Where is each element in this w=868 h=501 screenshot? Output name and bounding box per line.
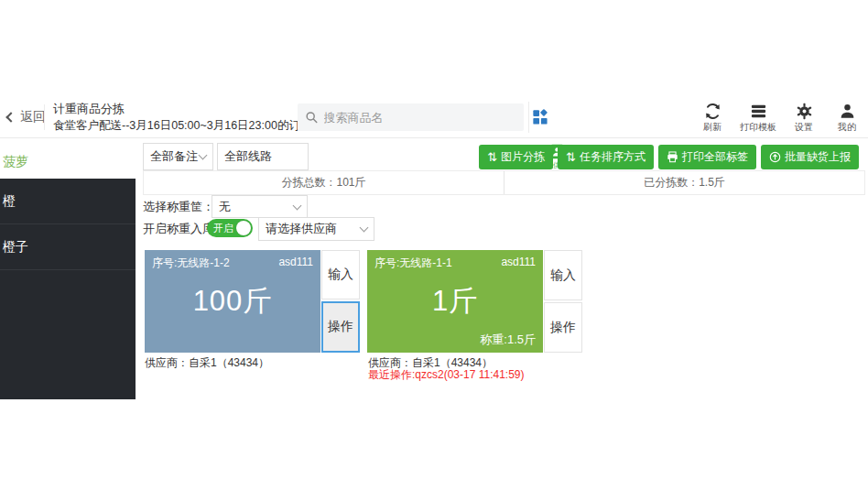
remark-filter-value: 全部备注 [150,148,198,165]
sort-icon: ⇅ [566,151,576,163]
card-header: 序号:无线路-1-2 asd111 [152,256,313,271]
task-card-tile[interactable]: 序号:无线路-1-2 asd111 100斤 [145,250,320,353]
search-input[interactable] [324,111,516,125]
card-button-column: 输入 操作 [321,250,360,353]
print-all-labels-button[interactable]: 打印全部标签 [658,145,756,169]
picture-sorting-button[interactable]: ⇅ 图片分拣 [479,145,553,169]
sidebar-item-label: 橙 [3,193,16,210]
action-label: 我的 [838,121,856,134]
back-label: 返回 [20,109,46,125]
sidebar-item-label: 菠萝 [3,154,28,170]
card-button-column: 输入 操作 [544,250,582,353]
total-count-value: 101斤 [336,175,365,191]
button-label: 打印全部标签 [682,149,748,165]
task-card: 序号:无线路-1-2 asd111 100斤 输入 操作 [145,250,360,353]
button-label: 任务排序方式 [580,149,646,165]
total-count-stat: 分拣总数： 101斤 [144,171,504,194]
chevron-down-icon [199,151,208,160]
print-template-button[interactable]: 打印模板 [740,102,776,135]
supplier-placeholder: 请选择供应商 [266,221,337,237]
print-template-icon [750,103,767,120]
basket-select[interactable]: 无 [212,195,308,218]
action-label: 设置 [795,121,813,134]
toggle-on-label: 开启 [207,222,233,235]
input-button[interactable]: 输入 [321,250,360,300]
sidebar-item-label: 橙子 [3,239,28,256]
remark-filter-select[interactable]: 全部备注 [143,143,213,170]
supplier-select[interactable]: 请选择供应商 [258,217,374,241]
stats-bar: 分拣总数： 101斤 已分拣数： 1.5斤 [143,170,865,195]
gear-icon [796,103,813,120]
sorted-count-stat: 已分拣数： 1.5斤 [504,171,864,194]
button-label: 图片分拣 [501,149,545,165]
sort-icon: ⇅ [487,151,497,163]
page-title: 计重商品分拣 [53,101,311,117]
card-weight: 100斤 [193,282,273,321]
user-icon [839,103,856,120]
operate-button[interactable]: 操作 [544,302,582,353]
page-subtitle: 食堂客户配送--3月16日05:00~3月16日23:00的订单 [53,117,311,134]
report-icon [769,151,781,163]
refresh-icon [704,103,722,120]
divider [528,102,529,133]
refresh-button[interactable]: 刷新 [697,102,728,135]
back-button[interactable]: 返回 [7,96,46,137]
card-weight: 1斤 [432,282,478,321]
card-header: 序号:无线路-1-1 asd111 [374,256,536,271]
printer-icon [667,151,678,163]
card-seq: 序号:无线路-1-1 [374,256,452,271]
route-filter-value: 全部线路 [224,148,272,165]
card-weigh-note: 称重:1.5斤 [480,332,536,348]
basket-label: 选择称重筐： [143,195,214,218]
header-actions: 刷新 打印模板 设置 [697,102,863,135]
chevron-down-icon [293,201,302,210]
action-label: 打印模板 [740,121,776,134]
my-account-button[interactable]: 我的 [831,102,863,135]
settings-button[interactable]: 设置 [788,102,819,135]
category-sidebar: 橙 橙子 [0,179,136,399]
sidebar-item[interactable]: 橙 [0,179,136,224]
toolbar-buttons: ⇅ 图片分拣 ⇅ 任务排序方式 打印全部标签 批量缺货上报 [479,145,859,169]
search-box[interactable] [298,103,524,131]
last-operation-line: 最近操作:qzcs2(03-17 11:41:59) [368,367,525,383]
batch-shortage-report-button[interactable]: 批量缺货上报 [761,145,859,169]
sidebar-item[interactable]: 橙子 [0,224,136,270]
divider [44,104,45,130]
operate-button[interactable]: 操作 [321,301,360,353]
action-label: 刷新 [703,121,722,134]
input-button[interactable]: 输入 [544,250,582,300]
total-count-label: 分拣总数： [281,175,336,191]
grid-layout-icon[interactable] [532,109,548,125]
weigh-in-toggle[interactable]: 开启 [207,219,253,237]
supplier-line: 供应商：自采1（43434） [145,355,269,371]
chevron-down-icon [360,223,369,233]
header-bar: 返回 计重商品分拣 食堂客户配送--3月16日05:00~3月16日23:00的… [0,96,868,138]
route-filter-select[interactable]: 全部线路 [217,143,309,170]
search-icon [305,110,319,125]
card-code: asd111 [278,256,313,271]
button-label: 批量缺货上报 [785,149,851,165]
sidebar-item-selected[interactable]: 菠萝 [0,145,136,179]
page-title-block: 计重商品分拣 食堂客户配送--3月16日05:00~3月16日23:00的订单 [53,101,311,134]
basket-value: 无 [219,199,231,215]
sorted-count-value: 1.5斤 [699,175,725,191]
sorted-count-label: 已分拣数： [644,175,699,191]
card-seq: 序号:无线路-1-2 [152,256,230,271]
task-card: 序号:无线路-1-1 asd111 1斤 称重:1.5斤 输入 操作 [367,250,582,353]
task-card-tile[interactable]: 序号:无线路-1-1 asd111 1斤 称重:1.5斤 [367,250,543,353]
task-order-button[interactable]: ⇅ 任务排序方式 [558,145,654,169]
toggle-knob [236,221,251,235]
chevron-left-icon [5,112,16,122]
card-code: asd111 [501,256,536,271]
